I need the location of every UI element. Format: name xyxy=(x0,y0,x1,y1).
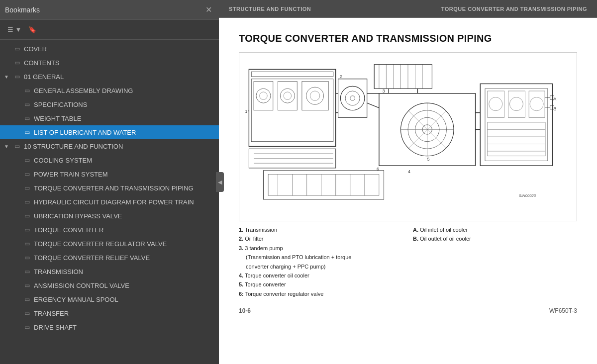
bookmark-label: ANSMISSION CONTROL VALVE xyxy=(34,282,129,289)
expand-arrow xyxy=(4,74,12,80)
bookmark-label: CONTENTS xyxy=(24,59,60,67)
bookmark-label: ERGENCY MANUAL SPOOL xyxy=(34,296,118,303)
legend-item: 1. Transmission xyxy=(239,226,403,234)
bookmark-icon: ▭ xyxy=(13,142,21,150)
collapse-handle[interactable]: ◀ xyxy=(216,172,224,192)
bookmark-icon: ▭ xyxy=(23,226,31,234)
bookmark-icon: ▭ xyxy=(23,170,31,178)
bookmark-icon: ▭ xyxy=(23,156,31,164)
bookmark-icon: ▭ xyxy=(23,309,31,317)
bookmark-item-torque-converter-reg[interactable]: ▭TORQUE CONVERTER REGULATOR VALVE xyxy=(0,237,219,251)
bookmark-item-10-structure[interactable]: ▭10 STRUCTURE AND FUNCTION xyxy=(0,139,219,153)
document-footer: 10-6 WF650T-3 xyxy=(239,303,577,314)
document-content[interactable]: TORQUE CONVERTER AND TRANSMISSION PIPING xyxy=(219,18,597,364)
bookmark-label: TRANSMISSION xyxy=(34,268,83,275)
bookmarks-menu-button[interactable]: ☰ ▼ xyxy=(5,24,24,35)
tag-icon: 🔖 xyxy=(28,26,36,33)
legend-right: A. Oil inlet of oil cooler B. Oil outlet… xyxy=(413,226,577,299)
bookmark-label: TRANSFER xyxy=(34,310,69,317)
bookmark-icon: ▭ xyxy=(23,184,31,192)
bookmark-item-ubrication-bypass[interactable]: ▭UBRICATION BYPASS VALVE xyxy=(0,209,219,223)
bookmark-item-weight-table[interactable]: ▭WEIGHT TABLE xyxy=(0,111,219,125)
bookmark-label: GENERAL ASSEMBLY DRAWING xyxy=(34,87,133,94)
bookmark-item-drive-shaft[interactable]: ▭DRIVE SHAFT xyxy=(0,320,219,334)
svg-text:2: 2 xyxy=(339,74,342,79)
bookmark-item-specifications[interactable]: ▭SPECIFICATIONS xyxy=(0,97,219,111)
legend-item: 5. Torque converter xyxy=(239,281,403,288)
bookmark-label: UBRICATION BYPASS VALVE xyxy=(34,212,122,220)
close-button[interactable]: ✕ xyxy=(203,5,214,15)
bookmark-label: TORQUE CONVERTER xyxy=(34,226,103,234)
bookmark-icon: ▭ xyxy=(23,128,31,136)
document-main-title: TORQUE CONVERTER AND TRANSMISSION PIPING xyxy=(239,33,577,44)
bookmark-icon: ▭ xyxy=(23,198,31,206)
bookmark-label: 10 STRUCTURE AND FUNCTION xyxy=(24,143,123,150)
bookmark-label: TORQUE CONVERTER AND TRANSMISSION PIPING xyxy=(34,184,194,192)
bookmarks-tag-button[interactable]: 🔖 xyxy=(26,24,39,35)
bookmark-icon: ▭ xyxy=(23,295,31,303)
legend-item: (Transmission and PTO lubrication + torq… xyxy=(239,254,403,261)
bookmark-item-hydraulic-circuit[interactable]: ▭HYDRAULIC CIRCUIT DIAGRAM FOR POWER TRA… xyxy=(0,195,219,209)
legend-item: 3. 3 tandem pump xyxy=(239,245,403,252)
bookmarks-title: Bookmarks xyxy=(5,6,40,14)
expand-arrow xyxy=(4,144,12,149)
bookmark-icon: ▭ xyxy=(13,59,21,67)
bookmark-icon: ▭ xyxy=(23,114,31,122)
bookmark-item-torque-converter-relief[interactable]: ▭TORQUE CONVERTER RELIEF VALVE xyxy=(0,251,219,265)
bookmark-item-transfer[interactable]: ▭TRANSFER xyxy=(0,306,219,320)
svg-text:6: 6 xyxy=(377,167,379,172)
svg-text:5: 5 xyxy=(427,157,430,162)
bookmark-label: HYDRAULIC CIRCUIT DIAGRAM FOR POWER TRAI… xyxy=(34,198,194,206)
bookmark-item-transmission[interactable]: ▭TRANSMISSION xyxy=(0,265,219,278)
bookmark-item-torque-converter-piping[interactable]: ▭TORQUE CONVERTER AND TRANSMISSION PIPIN… xyxy=(0,181,219,195)
page-number: 10-6 xyxy=(239,307,251,314)
bookmarks-toolbar: ☰ ▼ 🔖 xyxy=(0,20,219,40)
bookmark-item-list-lubricant[interactable]: ▭LIST OF LUBRICANT AND WATER xyxy=(0,125,219,139)
bookmark-item-cover[interactable]: ▭COVER xyxy=(0,42,219,56)
doc-header-left: STRUCTURE AND FUNCTION xyxy=(229,6,311,12)
bookmark-label: TORQUE CONVERTER REGULATOR VALVE xyxy=(34,240,167,248)
bookmarks-panel: Bookmarks ✕ ☰ ▼ 🔖 ▭COVER▭CONTENTS▭01 GEN… xyxy=(0,0,219,364)
svg-text:SIN00023: SIN00023 xyxy=(519,193,536,198)
bookmark-icon: ▭ xyxy=(23,87,31,94)
bookmark-label: SPECIFICATIONS xyxy=(34,101,87,108)
svg-text:4: 4 xyxy=(408,169,410,174)
legend-item: B. Oil outlet of oil cooler xyxy=(413,235,577,243)
menu-icon: ☰ ▼ xyxy=(7,26,21,33)
bookmark-label: 01 GENERAL xyxy=(24,73,64,81)
bookmark-label: LIST OF LUBRICANT AND WATER xyxy=(34,129,136,136)
legend-item: A. Oil inlet of oil cooler xyxy=(413,226,577,234)
bookmark-label: DRIVE SHAFT xyxy=(34,324,77,331)
bookmark-icon: ▭ xyxy=(23,254,31,262)
legend-left: 1. Transmission 2. Oil filter 3. 3 tande… xyxy=(239,226,403,299)
legend-item: 2. Oil filter xyxy=(239,235,403,243)
bookmark-icon: ▭ xyxy=(23,268,31,275)
diagram-container: 1 2 xyxy=(239,52,577,221)
bookmark-item-torque-converter[interactable]: ▭TORQUE CONVERTER xyxy=(0,223,219,237)
legend-item: 4. Torque converter oil cooler xyxy=(239,272,403,279)
bookmark-icon: ▭ xyxy=(13,73,21,81)
bookmark-item-general-assembly[interactable]: ▭GENERAL ASSEMBLY DRAWING xyxy=(0,84,219,97)
bookmark-icon: ▭ xyxy=(13,45,21,53)
bookmark-label: TORQUE CONVERTER RELIEF VALVE xyxy=(34,254,150,262)
legend-item: 6: Torque converter regulator valve xyxy=(239,290,403,298)
svg-text:1: 1 xyxy=(245,109,248,114)
bookmark-item-ansmission-control[interactable]: ▭ANSMISSION CONTROL VALVE xyxy=(0,278,219,292)
bookmark-item-ergency-manual[interactable]: ▭ERGENCY MANUAL SPOOL xyxy=(0,292,219,306)
legend-section: 1. Transmission 2. Oil filter 3. 3 tande… xyxy=(239,226,577,299)
bookmark-icon: ▭ xyxy=(23,100,31,108)
bookmark-icon: ▭ xyxy=(23,323,31,331)
document-header: STRUCTURE AND FUNCTION TORQUE CONVERTER … xyxy=(219,0,597,18)
legend-item: converter charging + PPC pump) xyxy=(239,263,403,271)
bookmark-item-01-general[interactable]: ▭01 GENERAL xyxy=(0,70,219,84)
document-model: WF650T-3 xyxy=(549,307,577,314)
bookmark-icon: ▭ xyxy=(23,240,31,248)
bookmarks-list: ▭COVER▭CONTENTS▭01 GENERAL▭GENERAL ASSEM… xyxy=(0,40,219,364)
bookmarks-header: Bookmarks ✕ xyxy=(0,0,219,20)
bookmark-icon: ▭ xyxy=(23,281,31,289)
doc-header-right: TORQUE CONVERTER AND TRANSMISSION PIPING xyxy=(441,6,587,12)
bookmark-item-contents[interactable]: ▭CONTENTS xyxy=(0,56,219,70)
bookmark-label: COOLING SYSTEM xyxy=(34,157,92,164)
bookmark-item-cooling-system[interactable]: ▭COOLING SYSTEM xyxy=(0,153,219,167)
bookmark-item-power-train-system[interactable]: ▭POWER TRAIN SYSTEM xyxy=(0,167,219,181)
